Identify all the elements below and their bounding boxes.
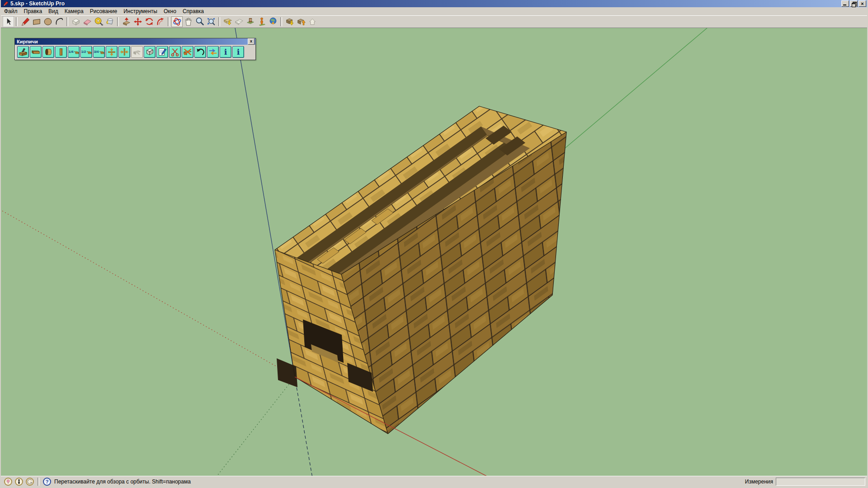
arc-tool[interactable] xyxy=(53,16,65,27)
zoom-tool[interactable] xyxy=(194,16,205,27)
offset-icon xyxy=(156,17,165,27)
pencil-icon xyxy=(20,17,30,27)
split-horizontal-button[interactable] xyxy=(118,46,130,58)
menu-file[interactable]: Файл xyxy=(1,8,21,15)
add-location-icon xyxy=(223,17,233,27)
undo-arrow-icon xyxy=(195,47,205,57)
scene-canvas xyxy=(1,28,867,476)
sketchup-logo-icon xyxy=(3,1,9,7)
delete-brick-button[interactable] xyxy=(182,46,193,58)
google-status-icon[interactable] xyxy=(26,478,34,486)
pan-tool[interactable] xyxy=(183,16,194,27)
title-bar[interactable]: 5.skp - SketchUp Pro × xyxy=(1,0,867,7)
upright-brick-button[interactable] xyxy=(55,46,67,58)
info-icon: i xyxy=(233,47,243,57)
toggle-terrain-tool[interactable] xyxy=(233,16,245,27)
brick-ghost-button[interactable] xyxy=(131,46,143,58)
make-component-tool[interactable] xyxy=(70,16,81,27)
split-vertical-button[interactable] xyxy=(106,46,118,58)
globe-icon xyxy=(268,17,278,27)
blue-axis-negative xyxy=(295,377,312,476)
swap-arrows-button[interactable] xyxy=(207,46,219,58)
brick-model[interactable] xyxy=(275,106,566,434)
window-title: 5.skp - SketchUp Pro xyxy=(10,0,65,7)
photo-textures-tool[interactable] xyxy=(245,16,256,27)
delete-brick-icon xyxy=(183,47,193,57)
svg-text:i: i xyxy=(224,47,227,56)
svg-text:?: ? xyxy=(46,479,49,484)
tape-measure-tool[interactable] xyxy=(93,16,104,27)
get-models-tool[interactable] xyxy=(284,16,295,27)
status-bar: ? Перетаскивайте для обзора с орбиты. Sh… xyxy=(1,476,867,487)
geolocation-status-icon[interactable] xyxy=(4,478,12,486)
tape-measure-icon xyxy=(94,17,104,27)
menu-help[interactable]: Справка xyxy=(179,8,207,15)
swap-arrows-icon xyxy=(208,47,218,57)
circle-icon xyxy=(43,17,53,27)
menu-draw[interactable]: Рисование xyxy=(87,8,120,15)
line-tool[interactable] xyxy=(19,16,31,27)
pan-hand-icon xyxy=(184,17,193,27)
menu-tools[interactable]: Инструменты xyxy=(120,8,160,15)
measurements-label: Измерения xyxy=(745,479,773,485)
toolbar-separator xyxy=(66,17,68,26)
bricks-toolbar-title: Кирпичи xyxy=(17,39,38,45)
restore-button[interactable] xyxy=(850,0,858,7)
photo-textures-icon xyxy=(245,17,255,27)
three-quarter-brick-button[interactable]: 3/4 xyxy=(93,46,105,58)
add-location-tool[interactable] xyxy=(222,16,233,27)
bricks-toolbar-close-button[interactable]: x xyxy=(248,38,255,45)
arc-icon xyxy=(54,17,64,27)
push-pull-icon xyxy=(122,17,132,27)
menu-edit[interactable]: Правка xyxy=(21,8,46,15)
toolbar-separator xyxy=(117,17,119,26)
push-pull-tool[interactable] xyxy=(121,16,132,27)
menu-camera[interactable]: Камера xyxy=(61,8,87,15)
select-tool[interactable] xyxy=(3,16,14,27)
measurements-input[interactable] xyxy=(776,478,865,486)
zoom-extents-tool[interactable] xyxy=(205,16,217,27)
orbit-tool[interactable] xyxy=(171,16,183,27)
statusbar-separator xyxy=(38,478,39,486)
info-button-1[interactable]: i xyxy=(220,46,231,58)
undo-button[interactable] xyxy=(194,46,206,58)
rotate-tool[interactable] xyxy=(143,16,155,27)
viewport-3d[interactable]: Кирпичи x xyxy=(1,28,867,476)
bricks-toolbar-window[interactable]: Кирпичи x xyxy=(14,38,256,60)
offset-tool[interactable] xyxy=(155,16,166,27)
draw-brick-button[interactable] xyxy=(17,46,29,58)
share-house-icon xyxy=(307,17,317,27)
position-camera-tool[interactable] xyxy=(256,16,267,27)
cube-wireframe-button[interactable] xyxy=(144,46,156,58)
edit-document-button[interactable] xyxy=(156,46,168,58)
circle-tool[interactable] xyxy=(42,16,53,27)
quarter-brick-button[interactable]: 1/4 xyxy=(68,46,80,58)
move-cross-icon xyxy=(133,17,143,27)
move-tool[interactable] xyxy=(132,16,143,27)
close-button[interactable]: × xyxy=(859,0,866,7)
toolbar-separator xyxy=(280,17,282,26)
upload-model-tool[interactable] xyxy=(295,16,307,27)
brick-rounded-end-button[interactable] xyxy=(42,46,54,58)
brick-ghost-icon xyxy=(132,47,142,57)
draw-brick-icon xyxy=(18,47,28,57)
paint-bucket-tool[interactable] xyxy=(104,16,115,27)
red-axis-negative xyxy=(1,210,295,377)
half-brick-button[interactable]: 1/2 xyxy=(80,46,92,58)
cut-scissors-button[interactable] xyxy=(169,46,181,58)
share-model-tool[interactable] xyxy=(307,16,318,27)
menu-view[interactable]: Вид xyxy=(45,8,61,15)
rectangle-tool[interactable] xyxy=(31,16,42,27)
full-brick-button[interactable] xyxy=(30,46,42,58)
info-button-2[interactable]: i xyxy=(232,46,244,58)
minimize-button[interactable] xyxy=(841,0,849,7)
bricks-toolbar-titlebar[interactable]: Кирпичи x xyxy=(15,38,255,45)
google-earth-tool[interactable] xyxy=(267,16,278,27)
three-quarter-brick-icon xyxy=(99,49,104,55)
eraser-tool[interactable] xyxy=(81,16,93,27)
paint-bucket-icon xyxy=(105,17,115,27)
help-icon[interactable]: ? xyxy=(43,478,51,486)
menu-window[interactable]: Окно xyxy=(160,8,179,15)
toolbar-separator xyxy=(168,17,170,26)
credit-status-icon[interactable] xyxy=(15,478,23,486)
